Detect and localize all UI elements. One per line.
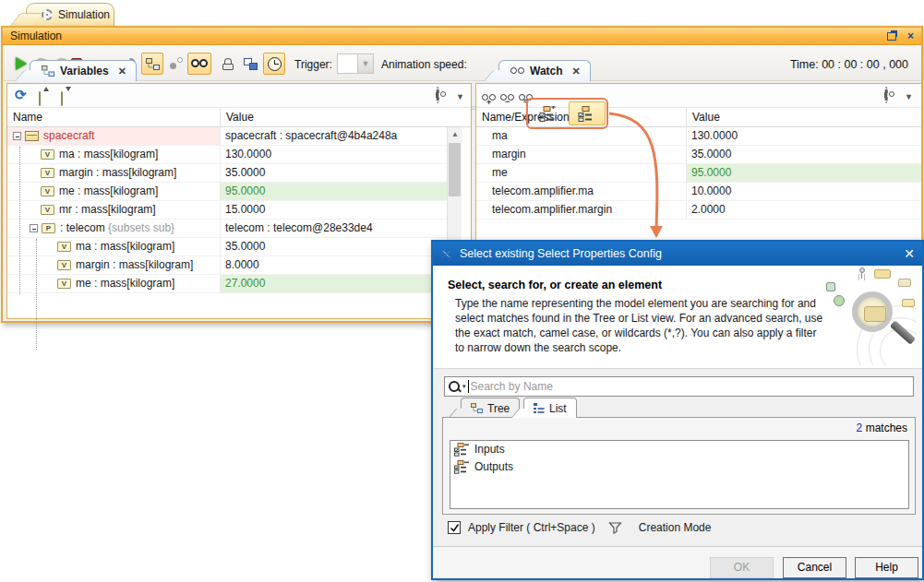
row-value[interactable]: 130.0000: [687, 127, 921, 146]
row-name: ma : mass[kilogram]: [59, 148, 158, 160]
table-row[interactable]: telecom.amplifier.margin2.0000: [476, 201, 921, 220]
search-dropdown-icon[interactable]: ▾: [462, 383, 466, 390]
watch-options-button[interactable]: [884, 89, 888, 101]
table-row[interactable]: me95.0000: [476, 164, 921, 183]
row-name: ma : mass[kilogram]: [76, 240, 174, 253]
text-caret: [468, 380, 469, 393]
creation-mode-label[interactable]: Creation Mode: [639, 521, 712, 534]
value-property-icon: V: [41, 205, 54, 215]
close-window-icon[interactable]: ×: [907, 31, 914, 41]
row-value[interactable]: telecom : telecom@28e33de4: [221, 220, 447, 238]
variables-options-dropdown[interactable]: ▼: [456, 92, 464, 101]
dialog-close-icon[interactable]: ✕: [904, 246, 915, 261]
tree-tab-label: Tree: [487, 402, 510, 415]
column-header-value[interactable]: Value: [221, 108, 447, 127]
row-name: spacecraft: [43, 129, 94, 142]
value-property-icon: V: [57, 260, 71, 270]
scrollbar-thumb[interactable]: [449, 143, 461, 196]
help-button[interactable]: Help: [855, 557, 918, 578]
collapse-all-button[interactable]: [61, 92, 63, 105]
magnifier-lens-icon: [852, 291, 893, 332]
simulation-gear-icon: [42, 9, 53, 20]
tree-guide-line: [36, 239, 37, 350]
row-value[interactable]: 95.0000: [687, 164, 921, 183]
row-value[interactable]: 27.0000: [221, 275, 447, 293]
collapse-node-icon[interactable]: [30, 224, 38, 232]
row-name: telecom.amplifier.margin: [476, 201, 687, 220]
scroll-up-icon[interactable]: ▲: [448, 127, 462, 142]
variables-panel: Variables ✕ ⟳ ▼ Name Value spacecraftspa…: [6, 83, 472, 319]
results-container: 2 matches InputsOutputs: [442, 417, 916, 515]
close-watch-tab-icon[interactable]: ✕: [572, 65, 581, 77]
row-value[interactable]: 2.0000: [687, 201, 921, 220]
search-input[interactable]: ▾ Search by Name: [444, 376, 914, 397]
refresh-icon: ⟳: [15, 87, 27, 102]
document-tab-simulation[interactable]: Simulation: [26, 3, 114, 26]
cancel-button[interactable]: Cancel: [783, 557, 846, 578]
tree-tab-icon: [471, 403, 483, 413]
tab-variables[interactable]: Variables ✕: [30, 60, 137, 81]
value-property-icon: V: [41, 186, 54, 196]
search-icon[interactable]: [449, 381, 461, 393]
row-value[interactable]: 130.0000: [221, 146, 447, 164]
table-row[interactable]: Vmargin : mass[kilogram]35.0000: [7, 164, 447, 183]
note-shape: [902, 299, 915, 307]
ok-button[interactable]: OK: [710, 557, 774, 578]
list-item[interactable]: Inputs: [450, 441, 908, 458]
block-instance-icon: [25, 131, 39, 141]
table-row[interactable]: Vme : mass[kilogram]95.0000: [7, 183, 447, 201]
column-header-name[interactable]: Name: [7, 108, 221, 127]
tab-tree[interactable]: Tree: [461, 398, 520, 418]
list-item-label: Outputs: [474, 458, 513, 476]
row-value[interactable]: 10.0000: [687, 183, 921, 201]
gear-icon: [436, 87, 439, 103]
row-value[interactable]: 95.0000: [221, 183, 447, 201]
row-suffix: {subsets sub}: [108, 221, 174, 234]
matches-count: 2 matches: [857, 422, 907, 434]
note-shape: [874, 269, 891, 279]
column-header-value[interactable]: Value: [687, 108, 921, 127]
table-row[interactable]: telecom.amplifier.ma10.0000: [476, 183, 921, 201]
variables-toolbar: ⟳ ▼: [7, 84, 471, 108]
expand-all-icon: [39, 91, 41, 106]
table-row[interactable]: Vme : mass[kilogram]27.0000: [7, 275, 447, 293]
table-row[interactable]: P: telecom {subsets sub}telecom : teleco…: [7, 220, 447, 238]
list-item[interactable]: Outputs: [450, 458, 908, 476]
variables-options-button[interactable]: [436, 89, 439, 101]
row-value[interactable]: 8.0000: [221, 256, 447, 275]
tab-list[interactable]: List: [523, 398, 577, 418]
table-row[interactable]: ma130.0000: [476, 127, 921, 146]
close-variables-tab-icon[interactable]: ✕: [118, 65, 126, 77]
row-value[interactable]: 35.0000: [221, 164, 447, 183]
add-watch-glasses-icon: +: [482, 94, 496, 101]
float-window-icon[interactable]: [887, 32, 896, 41]
row-name: ma: [476, 127, 687, 146]
row-name: margin : mass[kilogram]: [59, 166, 176, 179]
remove-watch-button[interactable]: −: [500, 91, 514, 104]
table-row[interactable]: margin35.0000: [476, 146, 921, 164]
table-row[interactable]: Vmargin : mass[kilogram]8.0000: [7, 256, 447, 275]
remove-watch-glasses-icon: −: [500, 94, 514, 101]
table-row[interactable]: Vma : mass[kilogram]35.0000: [7, 238, 447, 256]
row-value[interactable]: 15.0000: [221, 201, 447, 220]
add-watch-button[interactable]: +: [482, 91, 496, 104]
app-logo-icon: [440, 248, 452, 260]
table-row[interactable]: Vmr : mass[kilogram]15.0000: [7, 201, 447, 220]
watch-options-dropdown[interactable]: ▼: [905, 92, 913, 101]
row-value[interactable]: 35.0000: [221, 238, 447, 256]
filter-funnel-icon[interactable]: [608, 521, 622, 535]
variables-tab-icon: [42, 65, 54, 77]
simulation-window-titlebar: Simulation ×: [3, 28, 921, 45]
row-value[interactable]: spacecraft : spacecraft@4b4a248a: [221, 127, 447, 146]
refresh-button[interactable]: ⟳: [15, 88, 27, 102]
row-value[interactable]: 35.0000: [687, 146, 921, 164]
apply-filter-checkbox[interactable]: [448, 521, 461, 534]
table-row[interactable]: Vma : mass[kilogram]130.0000: [7, 146, 447, 164]
config-list-icon: [454, 443, 470, 457]
tab-watch[interactable]: Watch ✕: [498, 60, 591, 81]
expand-all-button[interactable]: [39, 92, 41, 105]
person-shape: [858, 267, 865, 280]
tree-guide-line: [19, 147, 20, 294]
collapse-node-icon[interactable]: [13, 132, 21, 140]
table-row[interactable]: spacecraftspacecraft : spacecraft@4b4a24…: [7, 127, 447, 146]
